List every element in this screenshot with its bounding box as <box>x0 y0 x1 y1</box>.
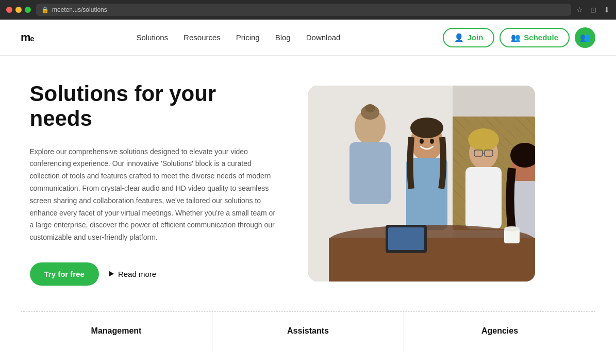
group-icon: 👥 <box>580 32 590 42</box>
svg-point-15 <box>468 128 499 151</box>
nav-resources[interactable]: Resources <box>184 33 221 42</box>
hero-image <box>308 86 535 282</box>
agencies-col: Agencies <box>404 312 595 350</box>
nav-blog[interactable]: Blog <box>275 33 291 42</box>
site-logo[interactable]: me <box>21 31 34 44</box>
download-icon[interactable]: ⬇ <box>604 6 610 14</box>
schedule-button[interactable]: 👥 Schedule <box>500 28 570 47</box>
browser-window-controls <box>6 7 31 13</box>
close-window-button[interactable] <box>6 7 12 13</box>
svg-point-12 <box>430 139 434 144</box>
bookmark-icon[interactable]: ☆ <box>576 6 583 14</box>
svg-point-27 <box>504 226 520 231</box>
svg-rect-14 <box>465 167 502 229</box>
svg-point-11 <box>420 139 424 144</box>
assistants-col: Assistants <box>212 312 404 350</box>
nav-pricing[interactable]: Pricing <box>236 33 260 42</box>
site-security-icon: 🔒 <box>41 6 49 13</box>
assistants-label: Assistants <box>287 326 329 335</box>
maximize-window-button[interactable] <box>25 7 31 13</box>
hero-section: Solutions for your needs Explore our com… <box>9 56 607 306</box>
hero-actions: Try for free Read more <box>30 262 277 286</box>
svg-rect-23 <box>329 238 535 282</box>
nav-download[interactable]: Download <box>306 33 341 42</box>
svg-point-10 <box>410 118 443 138</box>
svg-rect-25 <box>388 227 424 250</box>
meeting-scene-svg <box>308 86 535 282</box>
try-for-free-button[interactable]: Try for free <box>30 262 99 286</box>
management-col: Management <box>21 312 212 350</box>
agencies-label: Agencies <box>481 326 518 335</box>
hero-content: Solutions for your needs Explore our com… <box>30 81 277 286</box>
address-bar[interactable]: 🔒 meeten.us/solutions <box>36 4 571 16</box>
join-icon: 👤 <box>454 33 464 42</box>
nav-solutions[interactable]: Solutions <box>136 33 168 42</box>
browser-actions: ☆ ⊡ ⬇ <box>576 6 610 14</box>
management-label: Management <box>91 326 142 335</box>
bottom-categories: Management Assistants Agencies <box>21 311 595 350</box>
read-more-button[interactable]: Read more <box>109 270 156 278</box>
browser-chrome: 🔒 meeten.us/solutions ☆ ⊡ ⬇ <box>0 0 616 20</box>
join-button[interactable]: 👤 Join <box>443 28 494 47</box>
svg-rect-5 <box>349 142 391 204</box>
hero-description: Explore our comprehensive solutions desi… <box>30 146 277 244</box>
nav-actions: 👤 Join 👥 Schedule 👥 <box>443 27 595 48</box>
hero-title: Solutions for your needs <box>30 81 277 131</box>
nav-links: Solutions Resources Pricing Blog Downloa… <box>136 33 340 42</box>
play-icon <box>109 271 114 276</box>
minimize-window-button[interactable] <box>15 7 22 13</box>
svg-point-7 <box>365 104 375 112</box>
extensions-icon[interactable]: ⊡ <box>590 6 596 14</box>
group-button[interactable]: 👥 <box>575 27 595 48</box>
navbar: me Solutions Resources Pricing Blog Down… <box>0 20 616 56</box>
url-text: meeten.us/solutions <box>52 6 107 13</box>
schedule-icon: 👥 <box>511 33 521 42</box>
